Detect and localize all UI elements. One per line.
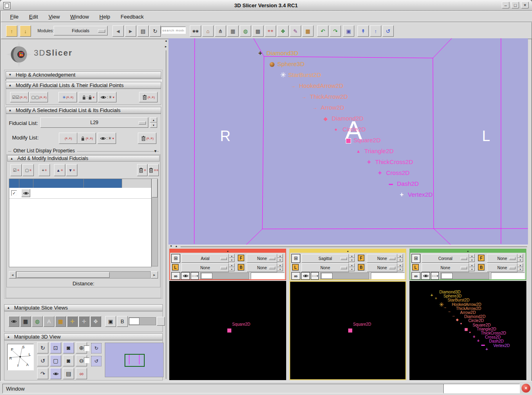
stack-views-button[interactable]: ▤ — [63, 368, 74, 379]
more-options-button[interactable]: ∘∘∘▾ — [191, 272, 199, 280]
orientation-spinner[interactable]: ▲▼ — [469, 254, 475, 262]
spin-arrow-icon[interactable]: ▼ — [277, 267, 283, 271]
minimize-button[interactable]: – — [502, 2, 509, 8]
rotate-cw-button[interactable]: ↻ — [91, 343, 102, 353]
fiducial-selected-checkbox[interactable]: ✓ — [9, 190, 19, 196]
spin-arrow-icon[interactable]: ▼ — [469, 258, 475, 262]
move-fiducial-up-button[interactable]: ▲✳ — [54, 164, 65, 176]
slice-offset-field[interactable] — [491, 272, 525, 279]
volumes-module-icon[interactable]: ▦ — [227, 25, 239, 37]
menu-item-view[interactable]: View — [44, 13, 64, 21]
camera-button[interactable]: ◙ — [63, 355, 74, 366]
fiducial-marker-sphere3d[interactable] — [270, 62, 274, 67]
label-opacity-button[interactable]: ◍ — [32, 316, 43, 327]
spin-arrow-icon[interactable]: ▼ — [397, 267, 403, 271]
labelmap-spinner[interactable]: ▲▼ — [349, 263, 355, 271]
spin-arrow-icon[interactable]: ▲ — [349, 263, 355, 267]
models-module-icon[interactable]: ◍ — [240, 25, 251, 37]
rotate-view-button[interactable]: ↻ — [37, 342, 48, 353]
slice-controller-bar-axial[interactable]: ▲ — [170, 249, 285, 253]
background-spinner[interactable]: ▲▼ — [277, 263, 283, 271]
spin-arrow-icon[interactable]: ▼ — [349, 267, 355, 271]
menu-item-edit[interactable]: Edit — [25, 13, 42, 21]
center-view-button[interactable]: ⊡ — [50, 342, 61, 353]
spin-arrow-icon[interactable]: ▲ — [397, 263, 403, 267]
modules-dropdown[interactable]: Fiducials — [54, 26, 108, 35]
spin-arrow-icon[interactable]: ▲ — [229, 263, 235, 267]
fiducials-table-vscrollbar[interactable] — [152, 179, 158, 266]
lock-all-lists-button[interactable]: :▾ — [79, 92, 97, 102]
link-slices-button[interactable]: ∞ — [291, 272, 300, 280]
hscroll-right-icon[interactable]: ► — [151, 271, 158, 279]
panel-splitter[interactable]: ◄ ► — [164, 38, 168, 381]
slice-offset-slider[interactable] — [320, 272, 369, 279]
slice-offset-slider[interactable] — [440, 272, 489, 279]
toggle-bg-layer-button[interactable]: B — [117, 316, 128, 327]
splitter-collapse-right-icon[interactable]: ► — [164, 45, 167, 48]
orientation-spinner[interactable]: ▲▼ — [349, 254, 355, 262]
lightbox-button[interactable]: ⊞ — [291, 254, 300, 263]
slice-controller-bar-sagittal[interactable]: ▲ — [290, 249, 405, 253]
view-3d[interactable]: R A L +Diamond3DSphere3D✳StarBurst2D→Hoo… — [168, 38, 528, 245]
foreground-dropdown-coronal[interactable]: None — [487, 254, 517, 263]
close-button[interactable]: × — [521, 2, 529, 8]
more-options-button[interactable]: ∘∘∘▾ — [431, 272, 439, 280]
more-options-button[interactable]: ∘∘∘▾ — [311, 272, 319, 280]
spin-arrow-icon[interactable]: ▼ — [229, 267, 235, 271]
spin-arrow-icon[interactable]: ▲ — [517, 254, 523, 258]
labelmap-spinner[interactable]: ▲▼ — [469, 263, 475, 271]
fiducials-module-icon[interactable]: ✳✳ — [265, 25, 276, 37]
move-fiducial-down-button[interactable]: ▼✳ — [66, 164, 77, 176]
labelmap-layer-button[interactable]: L — [291, 263, 299, 271]
modules-forward-button[interactable]: ► — [125, 25, 136, 37]
stereo-button[interactable]: ∞ — [76, 368, 87, 379]
hscroll-track[interactable] — [16, 271, 151, 279]
measurements-module-icon[interactable]: ❖ — [277, 25, 289, 37]
labelmap-layer-button[interactable]: L — [411, 263, 420, 271]
slice-offset-field[interactable] — [251, 272, 285, 279]
spin-arrow-icon[interactable]: ▼ — [517, 258, 523, 262]
splitter-collapse-left-icon[interactable]: ◄ — [164, 40, 167, 42]
draw-module-icon[interactable]: ✎ — [290, 25, 301, 37]
slice-view-axial[interactable]: Square2D — [169, 281, 286, 380]
col-x-header[interactable] — [84, 179, 122, 188]
spin-arrow-icon[interactable]: ▼ — [229, 258, 235, 262]
annotations-visibility-button[interactable] — [8, 316, 19, 327]
rotate-checkbox-1[interactable] — [84, 345, 89, 351]
foreground-layer-button[interactable]: F — [357, 254, 365, 262]
delete-all-lists-button[interactable]: (✳..✳) — [139, 92, 158, 102]
spin-arrow-icon[interactable]: ▲ — [349, 254, 355, 258]
load-scene-button[interactable]: ↑ — [6, 25, 17, 37]
deselect-all-fiducial-lists-button[interactable]: ▢▢(✳..✳) — [29, 92, 48, 102]
collapse-triangle-icon[interactable]: ▲ — [227, 250, 229, 252]
colors-module-icon[interactable]: ▦ — [302, 25, 314, 37]
add-fiducial-button[interactable]: +✳ — [39, 164, 50, 176]
link-slices-button[interactable]: ∞ — [411, 272, 420, 280]
axis-orientation-widget[interactable]: S P L R I A — [7, 344, 34, 370]
slider-thumb[interactable] — [129, 318, 139, 325]
redo-button[interactable]: ↷ — [330, 25, 341, 37]
spin-arrow-icon[interactable]: ▼ — [469, 267, 475, 271]
editor-module-icon[interactable]: ▩ — [252, 25, 264, 37]
modules-back-button[interactable]: ◄ — [112, 25, 124, 37]
slice-view-sagittal[interactable]: Square2D — [289, 281, 406, 380]
crosshair-grid-button[interactable]: ✛ — [79, 316, 89, 327]
sash-collapse-up-icon[interactable]: ▲ — [175, 245, 178, 247]
pivot-view-button[interactable]: ↷ — [37, 368, 48, 379]
slice-view-coronal[interactable]: Diamond3D+Sphere3D✳StarBurst2D✳HookedArr… — [409, 281, 526, 380]
lock-list-button[interactable]: (✳..✳) — [77, 133, 96, 144]
modify-all-lists-header[interactable]: ▲ Modify All Fiducial Lists & Their Fidu… — [6, 82, 161, 89]
spin-arrow-icon[interactable]: ▲ — [469, 263, 475, 267]
fiducial-list-spinner[interactable]: ▲▼ — [150, 117, 157, 128]
select-all-fiducial-lists-button[interactable]: ☑☑(✳..✳) — [10, 92, 29, 102]
manipulate-slice-views-header[interactable]: ▲ Manipulate Slice Views — [4, 304, 163, 311]
lightbox-button[interactable]: ▦ — [20, 316, 31, 327]
dropdown-triangle-icon[interactable]: ▼ — [154, 149, 157, 153]
slice-controller-bar-coronal[interactable]: ▲ — [410, 249, 526, 253]
foreground-layer-button[interactable]: F — [477, 254, 485, 262]
spin-arrow-icon[interactable]: ▲ — [277, 263, 283, 267]
orientation-dropdown-sagittal[interactable]: Sagittal — [301, 254, 349, 263]
orientation-spinner[interactable]: ▲▼ — [229, 254, 235, 262]
sash-collapse-down-icon[interactable]: ▼ — [170, 245, 172, 247]
exposure-list-button[interactable]: :☀▾ — [98, 133, 116, 144]
